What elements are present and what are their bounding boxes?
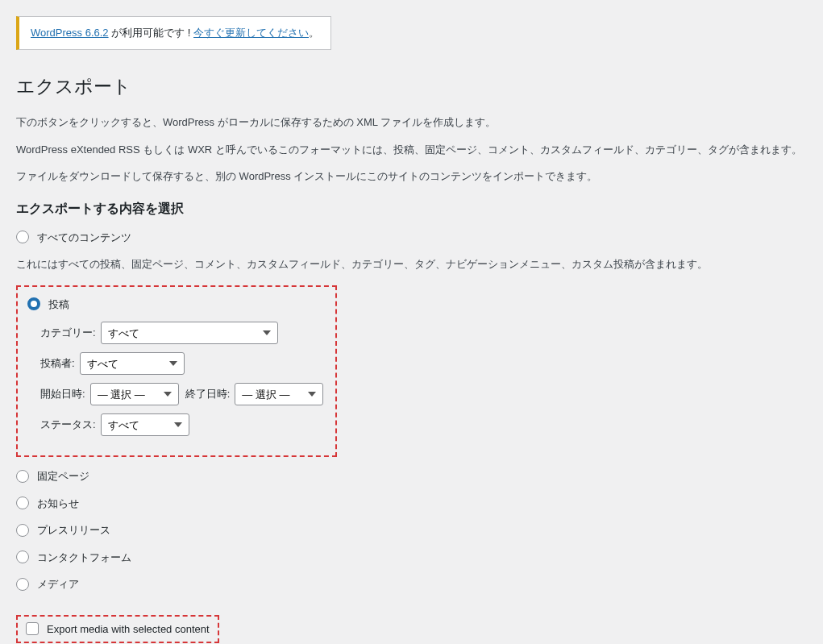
option-pages-label[interactable]: 固定ページ (37, 468, 89, 484)
notice-text-1: が利用可能です ! (109, 27, 193, 39)
date-field-row: 開始日時: — 選択 — 終了日時: — 選択 — (40, 383, 326, 405)
option-posts-radio[interactable] (27, 297, 40, 310)
option-all-content-row: すべてのコンテンツ (16, 230, 807, 246)
option-pages-radio[interactable] (16, 470, 29, 483)
notice-text-2: 。 (309, 27, 319, 39)
option-media-radio[interactable] (16, 578, 29, 591)
option-news-row: お知らせ (16, 496, 807, 512)
export-media-checkbox-label[interactable]: Export media with selected content (47, 621, 210, 638)
option-news-label[interactable]: お知らせ (37, 496, 79, 512)
author-select[interactable]: すべて (80, 352, 185, 375)
option-posts-label[interactable]: 投稿 (48, 297, 69, 313)
export-media-checkbox-row: Export media with selected content (16, 615, 219, 644)
option-contact-radio[interactable] (16, 551, 29, 563)
enddate-label: 終了日時: (185, 386, 231, 402)
status-select[interactable]: すべて (101, 413, 189, 436)
wp-version-link[interactable]: WordPress 6.6.2 (31, 27, 109, 39)
section-title: エクスポートする内容を選択 (16, 199, 807, 218)
option-all-content-label[interactable]: すべてのコンテンツ (37, 230, 131, 246)
status-label: ステータス: (40, 417, 96, 433)
category-field-row: カテゴリー: すべて (40, 322, 326, 344)
option-media-label[interactable]: メディア (37, 576, 79, 592)
option-press-row: プレスリリース (16, 522, 807, 538)
intro-paragraph-3: ファイルをダウンロードして保存すると、別の WordPress インストールにこ… (16, 168, 807, 185)
option-news-radio[interactable] (16, 497, 29, 509)
category-label: カテゴリー: (40, 325, 96, 341)
intro-paragraph-1: 下のボタンをクリックすると、WordPress がローカルに保存するための XM… (16, 114, 807, 131)
intro-paragraph-2: WordPress eXtended RSS もしくは WXR と呼んでいるこの… (16, 142, 807, 158)
posts-options-box: 投稿 カテゴリー: すべて 投稿者: すべて 開始日時: — 選択 — 終了日時… (16, 285, 337, 458)
startdate-label: 開始日時: (40, 386, 85, 402)
option-all-content-desc: これにはすべての投稿、固定ページ、コメント、カスタムフィールド、カテゴリー、タグ… (16, 256, 807, 272)
author-field-row: 投稿者: すべて (40, 352, 326, 375)
option-all-content-radio[interactable] (16, 231, 29, 243)
update-now-link[interactable]: 今すぐ更新してください (193, 27, 309, 39)
update-notice: WordPress 6.6.2 が利用可能です ! 今すぐ更新してください。 (16, 16, 331, 50)
page-title: エクスポート (16, 73, 807, 101)
option-contact-row: コンタクトフォーム (16, 550, 807, 566)
category-select[interactable]: すべて (101, 322, 278, 344)
export-media-checkbox[interactable] (26, 622, 39, 635)
option-press-radio[interactable] (16, 524, 29, 537)
option-pages-row: 固定ページ (16, 468, 807, 484)
option-press-label[interactable]: プレスリリース (37, 522, 110, 538)
enddate-select[interactable]: — 選択 — (235, 383, 323, 405)
option-posts-row: 投稿 (27, 297, 326, 313)
option-media-row: メディア (16, 576, 807, 592)
status-field-row: ステータス: すべて (40, 413, 326, 436)
option-contact-label[interactable]: コンタクトフォーム (37, 550, 131, 566)
author-label: 投稿者: (40, 355, 75, 372)
startdate-select[interactable]: — 選択 — (90, 383, 179, 405)
